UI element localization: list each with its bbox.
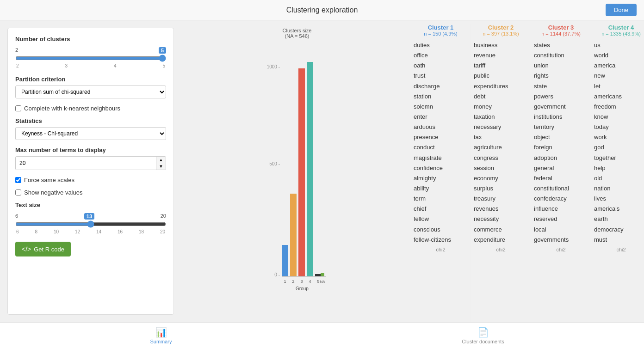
clusters-ticks: 2 3 4 5: [15, 63, 166, 68]
cluster-header-cluster4: Cluster 4n = 1335 (43.9%): [593, 24, 642, 37]
cluster-name-cluster1: Cluster 1: [413, 24, 469, 31]
cluster-term: work: [593, 132, 642, 142]
tab-cluster-documents[interactable]: 📄 Cluster documents: [455, 327, 511, 344]
bar-chart: 1000 - 500 - 0 - 1 2: [267, 41, 327, 299]
show-negative-checkbox[interactable]: [15, 189, 21, 195]
cluster-term: lives: [593, 194, 642, 204]
cluster-term: chief: [413, 204, 469, 214]
svg-text:2: 2: [292, 279, 294, 284]
clusters-min: 2: [15, 47, 18, 54]
cluster-term: expenditure: [473, 235, 529, 245]
cluster-term: tariff: [473, 61, 529, 71]
text-size-badge: 13: [84, 213, 94, 220]
cluster-term: union: [533, 61, 589, 71]
cluster-term: today: [593, 122, 642, 132]
cluster-term: term: [413, 194, 469, 204]
force-scales-wrap: Force same scales: [15, 177, 166, 183]
clusters-slider[interactable]: [15, 55, 166, 62]
cluster-term: old: [593, 173, 642, 183]
svg-rect-6: [307, 62, 313, 276]
text-size-slider-container: 6 13 20 6 8 10 12 14 16 18 20: [15, 213, 166, 234]
cluster-term: magistrate: [413, 153, 469, 163]
cluster-term: constitution: [533, 50, 589, 61]
knn-checkbox-wrap: Complete with k-nearest neighbours: [15, 105, 166, 112]
cluster-term: together: [593, 153, 642, 163]
statistics-select[interactable]: Keyness - Chi-squared: [15, 127, 166, 140]
cluster-header-cluster3: Cluster 3n = 1144 (37.7%): [533, 24, 589, 37]
get-r-button[interactable]: </> Get R code: [15, 242, 71, 256]
cluster-term: economy: [473, 173, 529, 183]
cluster-term: fellow: [413, 214, 469, 224]
statistics-dropdown-wrap: Statistics Keyness - Chi-squared: [15, 117, 166, 140]
cluster-term: object: [533, 132, 589, 142]
bar-chart-icon: 📊: [155, 327, 167, 338]
cluster-term: ability: [413, 183, 469, 194]
text-size-slider-labels: 6 13 20: [15, 213, 166, 220]
chart-area: Clusters size (NA = 546) 1000 - 500 - 0 …: [183, 20, 411, 322]
tab-summary[interactable]: 📊 Summary: [133, 327, 189, 344]
cluster-header-cluster2: Cluster 2n = 397 (13.1%): [473, 24, 529, 37]
svg-text:5: 5: [317, 279, 319, 284]
cluster-term: freedom: [593, 102, 642, 112]
spinbox-up[interactable]: ▲: [156, 157, 166, 163]
cluster-term: revenues: [473, 204, 529, 214]
cluster-term: debt: [473, 92, 529, 102]
cluster-header-cluster1: Cluster 1n = 150 (4.9%): [413, 24, 469, 37]
svg-text:500 -: 500 -: [269, 161, 280, 166]
clusters-area: Cluster 1n = 150 (4.9%)dutiesofficeoatht…: [411, 20, 642, 322]
cluster-term: know: [593, 112, 642, 122]
tab-cluster-documents-label: Cluster documents: [462, 339, 504, 344]
cluster-term: confidence: [413, 163, 469, 173]
cluster-term: duties: [413, 40, 469, 50]
cluster-term: public: [473, 71, 529, 81]
cluster-name-cluster4: Cluster 4: [593, 24, 642, 31]
cluster-name-cluster2: Cluster 2: [473, 24, 529, 31]
svg-text:0 -: 0 -: [274, 272, 280, 277]
cluster-term: solemn: [413, 102, 469, 112]
cluster-term: democracy: [593, 225, 642, 235]
cluster-n-cluster4: n = 1335 (43.9%): [593, 31, 642, 37]
knn-checkbox[interactable]: [15, 105, 21, 111]
cluster-term: conscious: [413, 225, 469, 235]
cluster-term: agriculture: [473, 142, 529, 153]
cluster-term: necessity: [473, 214, 529, 224]
page-title: Clustering exploration: [286, 6, 358, 14]
svg-text:3: 3: [300, 279, 303, 284]
svg-rect-7: [315, 274, 322, 276]
cluster-term: constitutional: [533, 183, 589, 194]
cluster-term: powers: [533, 92, 589, 102]
cluster-term: taxation: [473, 112, 529, 122]
left-panel: Number of clusters 2 5 2 3 4 5 Partition…: [7, 28, 174, 315]
spinbox-down[interactable]: ▼: [156, 163, 166, 170]
cluster-term: expenditures: [473, 81, 529, 92]
max-terms-input[interactable]: [16, 157, 156, 170]
cluster-term: treasury: [473, 194, 529, 204]
text-size-slider[interactable]: [15, 220, 166, 228]
max-terms-wrap: Max number of terms to display ▲ ▼: [15, 147, 166, 170]
cluster-term: conduct: [413, 142, 469, 153]
cluster-term: commerce: [473, 225, 529, 235]
cluster-chi2-cluster4: chi2: [593, 247, 642, 252]
cluster-term: america's: [593, 204, 642, 214]
cluster-term: governments: [533, 235, 589, 245]
done-button[interactable]: Done: [606, 4, 637, 16]
document-icon: 📄: [477, 327, 489, 338]
cluster-term: session: [473, 163, 529, 173]
svg-rect-4: [290, 194, 297, 276]
force-scales-label: Force same scales: [24, 177, 74, 183]
cluster-term: let: [593, 81, 642, 92]
force-scales-checkbox[interactable]: [15, 177, 21, 183]
partition-select[interactable]: Partition sum of chi-squared: [15, 85, 166, 98]
cluster-term: almighty: [413, 173, 469, 183]
cluster-term: tax: [473, 132, 529, 142]
cluster-term: fellow-citizens: [413, 235, 469, 245]
cluster-term: revenue: [473, 50, 529, 61]
right-section: Clusters size (NA = 546) 1000 - 500 - 0 …: [181, 20, 644, 322]
cluster-term: federal: [533, 173, 589, 183]
cluster-col-cluster4: Cluster 4n = 1335 (43.9%)usworldamerican…: [591, 24, 642, 322]
svg-text:1: 1: [284, 279, 286, 284]
code-icon: </>: [22, 245, 31, 253]
spinbox-arrows: ▲ ▼: [156, 157, 166, 170]
partition-dropdown-wrap: Partition criterion Partition sum of chi…: [15, 76, 166, 98]
cluster-chi2-cluster3: chi2: [533, 247, 589, 252]
